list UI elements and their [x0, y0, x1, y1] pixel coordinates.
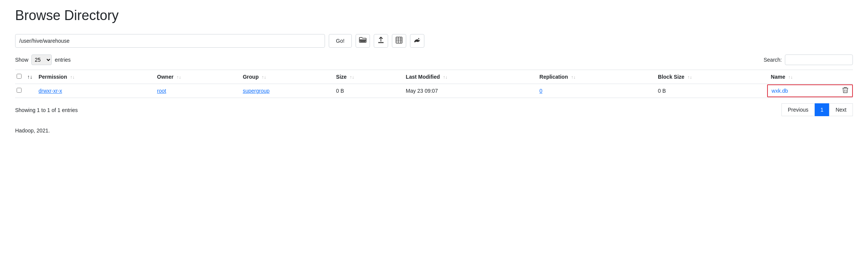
td-size: 0 B [332, 84, 402, 98]
name-link[interactable]: wxk.db [772, 88, 788, 94]
folder-open-icon [359, 37, 367, 45]
bird-icon-button[interactable] [410, 34, 424, 48]
bird-icon [413, 37, 421, 45]
directory-table: ↑↓ Permission ↑↓ Owner ↑↓ Group ↑↓ Size … [15, 70, 853, 98]
delete-icon[interactable] [842, 87, 848, 95]
sort-num-icon: ↑↓ [27, 74, 32, 80]
previous-button[interactable]: Previous [781, 103, 815, 116]
group-link[interactable]: supergroup [243, 88, 269, 94]
folder-open-button[interactable] [356, 34, 370, 48]
replication-link[interactable]: 0 [540, 88, 543, 94]
controls-row: Show 10 25 50 100 entries Search: [15, 54, 853, 65]
page-title: Browse Directory [15, 8, 853, 23]
svg-rect-0 [378, 42, 384, 43]
next-button[interactable]: Next [829, 103, 853, 116]
name-cell: wxk.db [767, 84, 853, 97]
td-last-modified: May 23 09:07 [402, 84, 536, 98]
td-empty [26, 84, 35, 98]
sort-group-icon: ↑↓ [261, 75, 266, 80]
td-row-checkbox [15, 84, 26, 98]
table-row: drwxr-xr-x root supergroup 0 B May 23 09… [15, 84, 853, 98]
td-group: supergroup [239, 84, 332, 98]
sort-replication-icon: ↑↓ [571, 75, 576, 80]
show-label: Show [15, 57, 28, 63]
th-size[interactable]: Size ↑↓ [332, 70, 402, 84]
pagination: Previous 1 Next [781, 103, 853, 116]
upload-icon [378, 37, 384, 45]
table-header-row: ↑↓ Permission ↑↓ Owner ↑↓ Group ↑↓ Size … [15, 70, 853, 84]
th-row-number[interactable]: ↑↓ [26, 70, 35, 84]
td-name: wxk.db [767, 84, 853, 98]
permission-link[interactable]: drwxr-xr-x [39, 88, 62, 94]
th-block-size[interactable]: Block Size ↑↓ [654, 70, 767, 84]
td-owner: root [153, 84, 239, 98]
sort-permission-icon: ↑↓ [70, 75, 74, 80]
th-last-modified[interactable]: Last Modified ↑↓ [402, 70, 536, 84]
th-name[interactable]: Name ↑↓ [767, 70, 853, 84]
footer: Hadoop, 2021. [15, 128, 853, 134]
search-box: Search: [764, 54, 853, 65]
table-view-button[interactable] [392, 34, 406, 48]
sort-blocksize-icon: ↑↓ [687, 75, 692, 80]
page-1-button[interactable]: 1 [815, 103, 829, 116]
td-replication: 0 [536, 84, 654, 98]
go-button[interactable]: Go! [329, 34, 352, 48]
th-select-all [15, 70, 26, 84]
owner-link[interactable]: root [157, 88, 166, 94]
sort-lastmod-icon: ↑↓ [443, 75, 447, 80]
showing-text: Showing 1 to 1 of 1 entries [15, 107, 78, 113]
show-entries: Show 10 25 50 100 entries [15, 54, 71, 65]
search-input[interactable] [785, 54, 853, 65]
sort-size-icon: ↑↓ [350, 75, 354, 80]
table-icon [396, 37, 402, 45]
sort-owner-icon: ↑↓ [176, 75, 181, 80]
th-permission[interactable]: Permission ↑↓ [35, 70, 153, 84]
entries-select[interactable]: 10 25 50 100 [31, 54, 52, 65]
toolbar: Go! [15, 34, 853, 48]
th-group[interactable]: Group ↑↓ [239, 70, 332, 84]
td-permission: drwxr-xr-x [35, 84, 153, 98]
svg-rect-1 [396, 37, 402, 43]
select-all-checkbox[interactable] [17, 74, 22, 79]
upload-button[interactable] [374, 34, 388, 48]
entries-label: entries [55, 57, 71, 63]
search-label: Search: [764, 57, 782, 63]
bottom-row: Showing 1 to 1 of 1 entries Previous 1 N… [15, 103, 853, 116]
path-input[interactable] [15, 34, 325, 48]
svg-point-6 [418, 38, 419, 39]
th-owner[interactable]: Owner ↑↓ [153, 70, 239, 84]
row-checkbox[interactable] [17, 88, 22, 93]
sort-name-icon: ↑↓ [788, 75, 793, 80]
th-replication[interactable]: Replication ↑↓ [536, 70, 654, 84]
td-block-size: 0 B [654, 84, 767, 98]
